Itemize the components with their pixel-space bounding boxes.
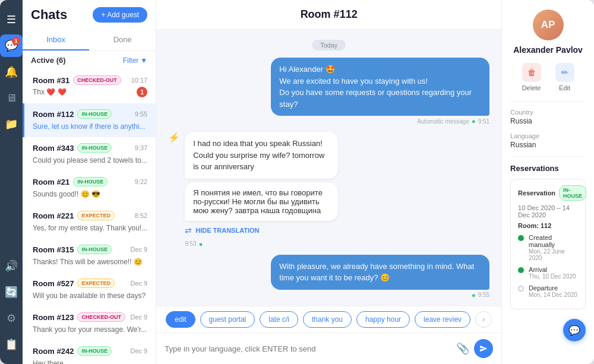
attach-button[interactable]: 📎 — [456, 342, 469, 355]
filter-button[interactable]: Filter ▼ — [123, 56, 148, 65]
reservation-card: Reservation IN-HOUSE 10 Dec 2020 – 14 De… — [510, 179, 586, 309]
message-row-outgoing2: With pleasure, we already have something… — [168, 255, 489, 299]
room-name: Room #343 — [33, 144, 74, 153]
timeline-dot — [518, 235, 524, 241]
chat-preview: Could you please send 2 towels to... — [33, 156, 147, 164]
room-name: Room #242 — [33, 347, 74, 356]
incoming-message-group: ⚡ I had no idea that you speak Russian! … — [168, 132, 489, 248]
right-panel: AP Alexander Pavlov 🗑 Delete ✏ Edit Coun… — [501, 0, 594, 364]
room-badge: EXPECTED — [77, 278, 115, 288]
timeline-dot — [518, 286, 524, 292]
room-badge: IN-HOUSE — [77, 346, 112, 356]
chat-item-room123[interactable]: Room #123 CHECKED-OUT Dec 9 Thank you fo… — [23, 306, 156, 340]
tab-inbox[interactable]: Inbox — [23, 30, 89, 50]
chat-preview: Yes, for my entire stay. Thank you!... — [33, 224, 147, 232]
refresh-nav-icon[interactable]: 🔄 — [0, 281, 23, 303]
timeline-date: Thu, 10 Dec 2020 — [529, 273, 576, 280]
chat-time: Dec 9 — [130, 314, 147, 321]
quick-reply-late-ci[interactable]: late c/i — [260, 311, 298, 328]
quick-reply-guest-portal[interactable]: guest portal — [200, 311, 255, 328]
chat-time: 10:17 — [131, 77, 148, 84]
room-name: Room #21 — [33, 178, 69, 186]
chat-item-room21[interactable]: Room #21 IN-HOUSE 9:22 Sounds good!! 😊 😎 — [23, 171, 156, 205]
whatsapp-icon: ● — [472, 118, 476, 125]
chat-time: 9:22 — [135, 178, 147, 185]
timeline-label: Departure — [529, 284, 577, 292]
quick-replies-bar: edit guest portal late c/i thank you hap… — [156, 306, 501, 333]
translation-bubble: Я понятия не имел, что вы говорите по-ру… — [185, 182, 337, 221]
chat-preview: Hey there... — [33, 359, 69, 364]
chat-item-room315[interactable]: Room #315 IN-HOUSE Dec 9 Thanks! This wi… — [23, 239, 156, 273]
clipboard-nav-icon[interactable]: 📋 — [0, 333, 23, 356]
chat-item-room31[interactable]: Room #31 CHECKED-OUT 10:17 Thx ❤️ ❤️ 1 — [23, 69, 156, 103]
language-section: Language Russian — [510, 132, 586, 149]
chat-time: 8:52 — [135, 212, 147, 219]
chat-item-room112[interactable]: Room #112 IN-HOUSE 9:55 Sure, let us kno… — [23, 103, 156, 137]
message-meta: ● 9:55 — [472, 292, 489, 299]
chat-widget-button[interactable]: 💬 — [563, 319, 586, 341]
quick-reply-leave-review[interactable]: leave reviev — [415, 311, 470, 328]
language-value: Russian — [510, 141, 586, 149]
quick-reply-thank-you[interactable]: thank you — [303, 311, 352, 328]
volume-nav-icon[interactable]: 🔊 — [0, 255, 23, 277]
settings-nav-icon[interactable]: ⚙ — [0, 307, 23, 330]
divider2 — [510, 156, 586, 157]
quick-reply-more[interactable]: › — [475, 311, 492, 328]
chat-item-room527[interactable]: Room #527 EXPECTED Dec 9 Will you be ava… — [23, 273, 156, 306]
timeline-created: Created manually Mon, 22 June 2020 — [518, 234, 578, 261]
edit-label: Edit — [559, 84, 570, 91]
delete-label: Delete — [522, 84, 541, 91]
timeline-arrival: Arrival Thu, 10 Dec 2020 — [518, 266, 578, 280]
quick-reply-edit[interactable]: edit — [166, 311, 195, 328]
action-buttons: 🗑 Delete ✏ Edit — [510, 63, 586, 91]
message-bubble-incoming: I had no idea that you speak Russian! Co… — [185, 132, 337, 179]
translate-icon: ⇄ — [185, 226, 192, 235]
edit-action[interactable]: ✏ Edit — [555, 63, 574, 91]
chat-time: 9:37 — [135, 144, 147, 151]
room-name: Room #112 — [33, 110, 74, 119]
chat-preview: Thanks! This will be awesome!! 😊 — [33, 258, 143, 266]
message-input[interactable] — [165, 344, 451, 353]
lightning-icon: ⚡ — [168, 132, 180, 143]
chat-header: Room #112 — [156, 0, 501, 30]
whatsapp-icon: ● — [199, 240, 203, 248]
active-section-header: Active (6) Filter ▼ — [23, 51, 156, 69]
timeline-date: Mon, 14 Dec 2020 — [529, 292, 577, 298]
menu-nav-icon[interactable]: ☰ — [0, 8, 23, 31]
add-guest-button[interactable]: + Add guest — [93, 7, 147, 23]
tab-done[interactable]: Done — [89, 30, 156, 50]
room-name: Room #221 — [33, 211, 74, 220]
message-row-outgoing1: Hi Alexander 🤩We are excited to have you… — [168, 58, 489, 125]
timeline-dot — [518, 267, 524, 273]
room-name: Room #315 — [33, 245, 74, 254]
quick-reply-happy-hour[interactable]: happy hour — [356, 311, 410, 328]
active-label: Active (6) — [31, 56, 66, 65]
chat-preview: Sounds good!! 😊 😎 — [33, 190, 100, 198]
country-value: Russia — [510, 117, 586, 125]
chat-preview: Thank you for your message. We'r... — [33, 325, 147, 334]
room-badge: IN-HOUSE — [73, 177, 108, 186]
reservation-dates: 10 Dec 2020 – 14 Dec 2020 — [518, 204, 578, 219]
send-button[interactable] — [474, 339, 493, 358]
reservation-room: Room: 112 — [518, 222, 578, 229]
hide-translation-button[interactable]: HIDE TRANSLATION — [195, 227, 259, 234]
bell-nav-icon[interactable]: 🔔 — [0, 61, 23, 83]
room-name: Room #31 — [33, 76, 69, 85]
room-badge: EXPECTED — [77, 211, 115, 220]
chat-items-list: Room #31 CHECKED-OUT 10:17 Thx ❤️ ❤️ 1 R… — [23, 69, 156, 364]
date-divider: Today — [168, 39, 489, 50]
chat-nav-icon[interactable]: 💬 1 — [0, 34, 23, 57]
chat-item-room221[interactable]: Room #221 EXPECTED 8:52 Yes, for my enti… — [23, 205, 156, 239]
chat-time: Dec 9 — [130, 347, 147, 354]
timeline-date: Mon, 22 June 2020 — [529, 248, 578, 261]
message-bubble: With pleasure, we already have something… — [271, 255, 489, 290]
delete-action[interactable]: 🗑 Delete — [522, 63, 541, 91]
chat-preview: Thx ❤️ ❤️ — [33, 88, 67, 96]
chat-list-title: Chats — [31, 7, 67, 23]
guest-name: Alexander Pavlov — [510, 45, 586, 55]
unread-badge: 1 — [137, 87, 147, 97]
folder-nav-icon[interactable]: 📁 — [0, 113, 23, 135]
chat-item-room343[interactable]: Room #343 IN-HOUSE 9:37 Could you please… — [23, 137, 156, 171]
monitor-nav-icon[interactable]: 🖥 — [0, 87, 23, 109]
chat-item-room242[interactable]: Room #242 IN-HOUSE Dec 9 Hey there... — [23, 340, 156, 364]
